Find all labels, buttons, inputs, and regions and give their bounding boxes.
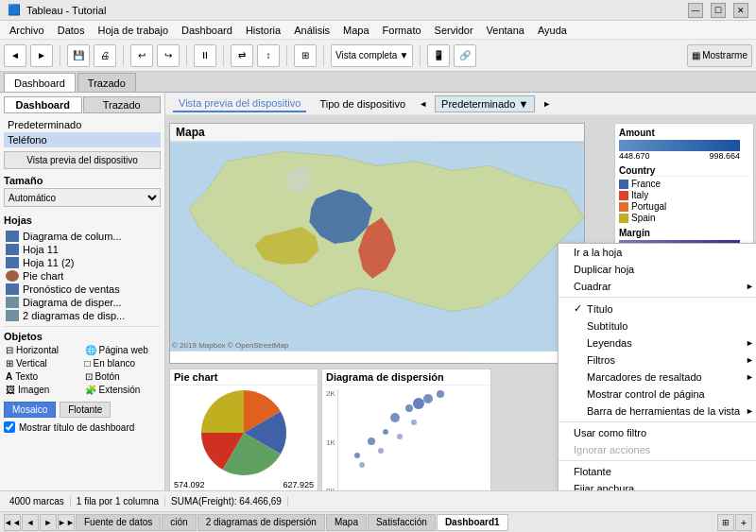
tab-trazado[interactable]: Trazado (77, 73, 136, 92)
flotante-tab[interactable]: Flotante (60, 402, 111, 418)
sidebar-tab-dashboard[interactable]: Dashboard (4, 96, 82, 113)
menu-mapa[interactable]: Mapa (337, 24, 375, 37)
tab-dashboard[interactable]: Dashboard (4, 73, 76, 92)
ctx-item-barra[interactable]: Barra de herramientas de la vista ► (558, 403, 756, 420)
device-bar-default[interactable]: Predeterminado ▼ (435, 95, 535, 112)
sheet-item-6[interactable]: 2 diagramas de disp... (4, 309, 161, 322)
menu-ayuda[interactable]: Ayuda (532, 24, 573, 37)
ctx-item-fijar[interactable]: Fijar anchura (558, 480, 756, 490)
obj-boton[interactable]: ⊡ Botón (83, 370, 162, 383)
obj-horizontal[interactable]: ⊟ Horizontal (4, 344, 82, 356)
maximize-button[interactable]: ☐ (711, 3, 726, 18)
toolbar-view-dropdown[interactable]: Vista completa ▼ (331, 44, 413, 67)
toolbar-pause-button[interactable]: ⏸ (194, 44, 216, 67)
ctx-item-mostrar-control[interactable]: Mostrar control de página (558, 386, 756, 403)
obj-extension[interactable]: 🧩 Extensión (83, 384, 162, 396)
toolbar-forward-button[interactable]: ► (30, 44, 53, 67)
ctx-item-leyendas[interactable]: Leyendas ► (558, 335, 756, 352)
sheet-tab-nav-next[interactable]: ► (40, 514, 57, 531)
sheet-tab-dashboard1[interactable]: Dashboard1 (437, 514, 508, 531)
ctx-item-flotante[interactable]: Flotante (558, 463, 756, 480)
toolbar-redo-button[interactable]: ↪ (157, 44, 180, 67)
obj-pagina-web[interactable]: 🌐 Página web (83, 344, 162, 356)
sheet-item-0[interactable]: Diagrama de colum... (4, 230, 161, 243)
sheet-tab-nav-prev[interactable]: ◄ (22, 514, 39, 531)
text-icon: A (6, 371, 12, 382)
toolbar-save-button[interactable]: 💾 (67, 44, 90, 67)
map-container[interactable]: Mapa (169, 123, 585, 364)
sheet-icon-0 (6, 231, 19, 242)
sheet-tab-satisfaccion[interactable]: Satisfacción (368, 514, 436, 531)
toolbar-fit-button[interactable]: ⊞ (294, 44, 317, 67)
ctx-item-marcadores[interactable]: Marcadores de resaltado ► (558, 369, 756, 386)
sheet-tab-grid-icon[interactable]: ⊞ (717, 514, 734, 531)
obj-texto[interactable]: A Texto (4, 370, 82, 383)
size-dropdown[interactable]: Automático (4, 188, 161, 207)
ctx-item-titulo[interactable]: ✓ Título (558, 300, 756, 317)
toolbar-separator-5 (286, 45, 287, 66)
ctx-item-duplicar[interactable]: Duplicar hoja (558, 261, 756, 278)
device-bar-preview[interactable]: Vista previa del dispositivo (173, 95, 306, 112)
toolbar-undo-button[interactable]: ↩ (130, 44, 153, 67)
menu-servidor[interactable]: Servidor (429, 24, 479, 37)
sheet-tab-nav-left[interactable]: ◄◄ (4, 514, 21, 531)
close-button[interactable]: ✕ (733, 3, 748, 18)
sheet-item-1[interactable]: Hoja 11 (4, 243, 161, 256)
ctx-item-filtros[interactable]: Filtros ► (558, 352, 756, 369)
toolbar-share-button[interactable]: 🔗 (454, 44, 476, 67)
scatter-body: 2K 1K 0K (322, 386, 490, 490)
obj-imagen[interactable]: 🖼 Imagen (4, 384, 82, 396)
sheet-item-3[interactable]: Pie chart (4, 269, 161, 283)
sheet-tab-mapa[interactable]: Mapa (326, 514, 367, 531)
show-title-row[interactable]: Mostrar título de dashboard (4, 421, 161, 433)
sheet-tab-cion[interactable]: ción (162, 514, 196, 531)
sheet-tab-add-icon[interactable]: + (735, 514, 752, 531)
ctx-item-cuadrar[interactable]: Cuadrar ► (558, 278, 756, 295)
toolbar-sort-button[interactable]: ↕ (257, 44, 280, 67)
ctx-item-usar-filtro[interactable]: Usar como filtro (558, 424, 756, 441)
svg-point-8 (383, 429, 388, 435)
sheet-item-2[interactable]: Hoja 11 (2) (4, 256, 161, 269)
sheet-tab-nav-right[interactable]: ►► (58, 514, 75, 531)
pie-chart-body (170, 386, 318, 480)
toolbar-device-button[interactable]: 📱 (427, 44, 450, 67)
spain-color (619, 214, 628, 223)
layout-tabs: Mosaico Flotante (4, 402, 161, 418)
obj-en-blanco[interactable]: □ En blanco (83, 357, 162, 369)
ctx-item-subtitulo[interactable]: Subtítulo (558, 317, 756, 335)
menu-analisis[interactable]: Análisis (288, 24, 335, 37)
sheet-tab-datasource[interactable]: Fuente de datos (76, 514, 161, 531)
sheet-item-5[interactable]: Diagrama de disper... (4, 296, 161, 309)
toolbar-swap-button[interactable]: ⇄ (231, 44, 253, 67)
show-me-button[interactable]: ▦ Mostrarme (687, 44, 752, 67)
menu-datos[interactable]: Datos (52, 24, 91, 37)
menu-archivo[interactable]: Archivo (4, 24, 50, 37)
minimize-button[interactable]: — (688, 3, 703, 18)
status-marks: 4000 marcas (4, 496, 71, 506)
sheet-item-4[interactable]: Pronóstico de ventas (4, 283, 161, 296)
ctx-label-flotante: Flotante (574, 466, 611, 477)
sidebar-tab-trazado[interactable]: Trazado (83, 96, 162, 113)
menu-dashboard[interactable]: Dashboard (176, 24, 238, 37)
sheet-tab-diagramas[interactable]: 2 diagramas de dispersión (198, 514, 325, 531)
pie-chart-container[interactable]: Pie chart 574.092 627.925 (169, 369, 318, 490)
menu-formato[interactable]: Formato (377, 24, 427, 37)
ctx-item-ir[interactable]: Ir a la hoja (558, 244, 756, 261)
toolbar-print-button[interactable]: 🖨 (94, 44, 116, 67)
obj-vertical[interactable]: ⊞ Vertical (4, 357, 82, 369)
map-content: © 2019 Mapbox © OpenStreetMap (170, 142, 584, 352)
device-bar-type[interactable]: Tipo de dispositivo (314, 96, 411, 112)
device-predeterminado[interactable]: Predeterminado (4, 117, 161, 132)
menu-historia[interactable]: Historia (240, 24, 286, 37)
country-portugal: Portugal (619, 201, 749, 212)
show-title-checkbox[interactable] (4, 421, 15, 433)
menu-ventana[interactable]: Ventana (481, 24, 530, 37)
preview-device-button[interactable]: Vista previa del dispositivo (4, 151, 161, 169)
toolbar-back-button[interactable]: ◄ (4, 44, 26, 67)
menu-hoja[interactable]: Hoja de trabajo (92, 24, 174, 37)
scatter-container[interactable]: Diagrama de dispersión 2K 1K 0K (321, 369, 491, 490)
country-section: Country France Italy Portugal (619, 165, 749, 223)
mosaico-tab[interactable]: Mosaico (4, 402, 56, 418)
device-telefono[interactable]: Teléfono (4, 132, 161, 147)
device-bar: Vista previa del dispositivo Tipo de dis… (165, 93, 756, 115)
